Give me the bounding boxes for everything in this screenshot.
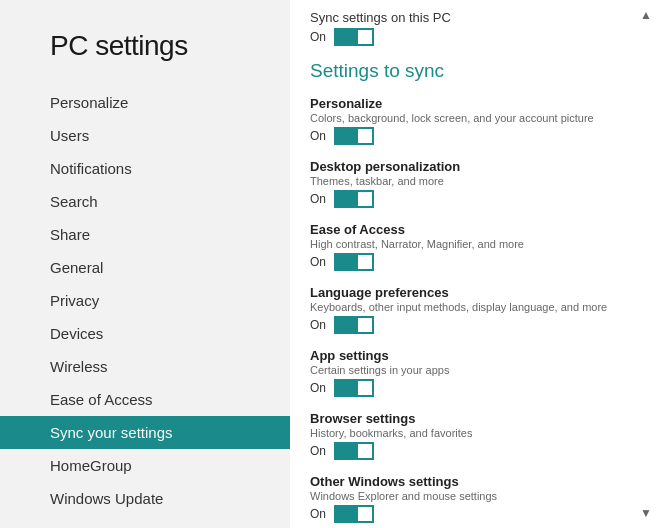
sidebar-item-windows-update[interactable]: Windows Update [0,482,290,515]
sidebar-item-wireless[interactable]: Wireless [0,350,290,383]
setting-toggle-ease-of-access[interactable] [334,253,374,271]
setting-toggle-language-preferences[interactable] [334,316,374,334]
sidebar-item-sync-your-settings[interactable]: Sync your settings [0,416,290,449]
setting-name-personalize: Personalize [310,96,630,111]
sidebar-item-homegroup[interactable]: HomeGroup [0,449,290,482]
sidebar-item-devices[interactable]: Devices [0,317,290,350]
setting-name-ease-of-access: Ease of Access [310,222,630,237]
setting-status-ease-of-access: On [310,255,326,269]
setting-toggle-browser-settings[interactable] [334,442,374,460]
setting-desc-language-preferences: Keyboards, other input methods, display … [310,301,630,313]
setting-row-desktop-personalization: Desktop personalization Themes, taskbar,… [310,159,630,208]
setting-name-other-windows-settings: Other Windows settings [310,474,630,489]
setting-row-app-settings: App settings Certain settings in your ap… [310,348,630,397]
setting-status-language-preferences: On [310,318,326,332]
setting-toggle-other-windows-settings[interactable] [334,505,374,523]
sync-on-this-pc-setting: Sync settings on this PC On [310,10,630,46]
setting-desc-desktop-personalization: Themes, taskbar, and more [310,175,630,187]
setting-status-app-settings: On [310,381,326,395]
app-title: PC settings [0,20,290,86]
setting-name-app-settings: App settings [310,348,630,363]
sync-on-this-pc-label: Sync settings on this PC [310,10,630,25]
setting-row-ease-of-access: Ease of Access High contrast, Narrator, … [310,222,630,271]
setting-name-browser-settings: Browser settings [310,411,630,426]
setting-toggle-app-settings[interactable] [334,379,374,397]
setting-row-browser-settings: Browser settings History, bookmarks, and… [310,411,630,460]
sync-on-this-pc-status: On [310,30,326,44]
setting-status-browser-settings: On [310,444,326,458]
setting-status-desktop-personalization: On [310,192,326,206]
scroll-up-arrow[interactable]: ▲ [640,8,652,22]
setting-toggle-desktop-personalization[interactable] [334,190,374,208]
sidebar-item-ease-of-access[interactable]: Ease of Access [0,383,290,416]
setting-control-personalize: On [310,127,630,145]
setting-control-language-preferences: On [310,316,630,334]
setting-control-ease-of-access: On [310,253,630,271]
setting-row-other-windows-settings: Other Windows settings Windows Explorer … [310,474,630,523]
setting-control-other-windows-settings: On [310,505,630,523]
main-content: ▲ Sync settings on this PC On Settings t… [290,0,660,528]
settings-to-sync-heading: Settings to sync [310,60,630,82]
setting-control-desktop-personalization: On [310,190,630,208]
sync-on-this-pc-control: On [310,28,630,46]
setting-desc-browser-settings: History, bookmarks, and favorites [310,427,630,439]
setting-toggle-personalize[interactable] [334,127,374,145]
setting-control-browser-settings: On [310,442,630,460]
setting-row-language-preferences: Language preferences Keyboards, other in… [310,285,630,334]
sync-on-this-pc-toggle[interactable] [334,28,374,46]
setting-name-language-preferences: Language preferences [310,285,630,300]
sidebar-item-privacy[interactable]: Privacy [0,284,290,317]
setting-desc-personalize: Colors, background, lock screen, and you… [310,112,630,124]
sidebar-item-users[interactable]: Users [0,119,290,152]
setting-desc-app-settings: Certain settings in your apps [310,364,630,376]
setting-desc-other-windows-settings: Windows Explorer and mouse settings [310,490,630,502]
sidebar-item-share[interactable]: Share [0,218,290,251]
sidebar: PC settings PersonalizeUsersNotification… [0,0,290,528]
sidebar-item-search[interactable]: Search [0,185,290,218]
setting-name-desktop-personalization: Desktop personalization [310,159,630,174]
sidebar-item-personalize[interactable]: Personalize [0,86,290,119]
setting-desc-ease-of-access: High contrast, Narrator, Magnifier, and … [310,238,630,250]
setting-row-personalize: Personalize Colors, background, lock scr… [310,96,630,145]
setting-status-other-windows-settings: On [310,507,326,521]
sidebar-item-notifications[interactable]: Notifications [0,152,290,185]
settings-list: Personalize Colors, background, lock scr… [310,96,630,528]
scroll-down-arrow[interactable]: ▼ [640,506,652,520]
setting-control-app-settings: On [310,379,630,397]
sidebar-item-general[interactable]: General [0,251,290,284]
setting-status-personalize: On [310,129,326,143]
